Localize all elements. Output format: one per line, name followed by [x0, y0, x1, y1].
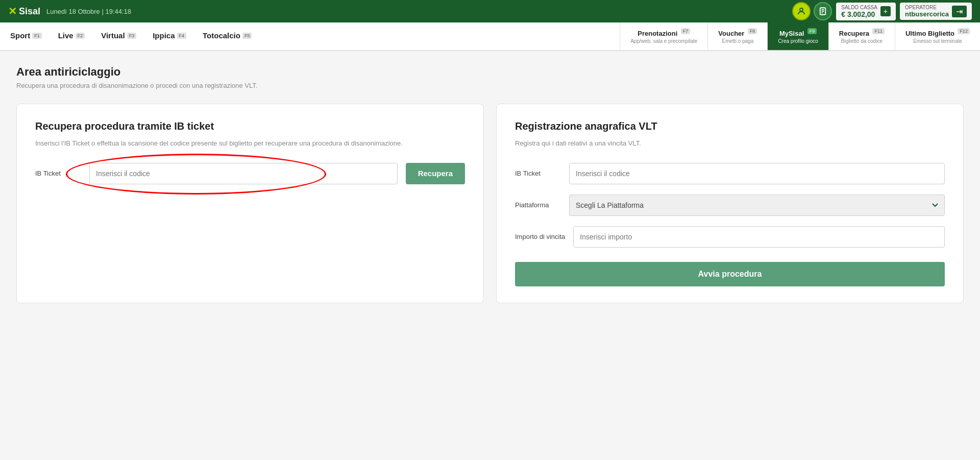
- ib-ticket-row-wrapper: IB Ticket Recupera: [35, 163, 465, 184]
- operatore-box: OPERATORE ntbusercorica ⇥: [900, 3, 972, 20]
- saldo-label: SALDO CASSA: [841, 5, 877, 10]
- avvia-procedura-button[interactable]: Avvia procedura: [515, 262, 945, 286]
- nav-action-mysisal[interactable]: MySisal F9 Crea profilo gioco: [767, 22, 828, 50]
- nav-bar: Sport F1 Live F2 Virtual F3 Ippica F4 To…: [0, 22, 980, 51]
- header-icons: [792, 2, 832, 20]
- logout-button[interactable]: ⇥: [952, 6, 967, 17]
- ib-ticket-label: IB Ticket: [35, 170, 81, 177]
- nav-action-voucher[interactable]: Voucher F8 Emetti o paga: [707, 22, 767, 50]
- nav-item-virtual[interactable]: Virtual F3: [99, 22, 138, 50]
- vlt-ib-input[interactable]: [569, 163, 945, 184]
- ib-ticket-form-row: IB Ticket Recupera: [35, 163, 465, 184]
- vlt-ib-ticket-row: IB Ticket: [515, 163, 945, 184]
- nav-item-sport[interactable]: Sport F1: [8, 22, 44, 50]
- nav-left: Sport F1 Live F2 Virtual F3 Ippica F4 To…: [0, 22, 620, 50]
- saldo-value: € 3.002,00: [841, 10, 875, 18]
- ib-ticket-input[interactable]: [89, 163, 398, 184]
- vlt-piattaforma-select[interactable]: Scegli La Piattaforma: [569, 195, 945, 216]
- nav-action-ultimo-biglietto[interactable]: Ultimo Biglietto F12 Emesso sul terminal…: [895, 22, 980, 50]
- card-vlt: Registrazione anagrafica VLT Registra qu…: [496, 104, 964, 303]
- card-ib-ticket: Recupera procedura tramite IB ticket Ins…: [16, 104, 484, 303]
- nav-action-prenotazioni[interactable]: Prenotazioni F7 App/web, sala e precompi…: [620, 22, 707, 50]
- cards-grid: Recupera procedura tramite IB ticket Ins…: [16, 104, 964, 303]
- vlt-ib-label: IB Ticket: [515, 170, 561, 177]
- header-right: SALDO CASSA € 3.002,00 + OPERATORE ntbus…: [792, 2, 972, 20]
- vlt-importo-label: Importo di vincita: [515, 233, 565, 240]
- operatore-name: ntbusercorica: [905, 10, 949, 18]
- header-left: ✕ Sisal Lunedì 18 Ottobre | 19:44:18: [8, 5, 131, 17]
- operatore-label: OPERATORE: [905, 5, 949, 10]
- nav-item-live[interactable]: Live F2: [56, 22, 87, 50]
- card-ib-title: Recupera procedura tramite IB ticket: [35, 120, 465, 132]
- saldo-cassa-box: SALDO CASSA € 3.002,00 +: [836, 3, 896, 20]
- saldo-add-button[interactable]: +: [880, 6, 891, 16]
- page-title: Area antiriciclaggio: [16, 65, 964, 79]
- card-ib-desc: Inserisci l'IB Ticket o effettua la scan…: [35, 138, 465, 149]
- vlt-piattaforma-label: Piattaforma: [515, 201, 561, 209]
- nav-right: Prenotazioni F7 App/web, sala e precompi…: [620, 22, 980, 50]
- svg-point-0: [800, 8, 803, 11]
- page-subtitle: Recupera una procedura di disanonimazion…: [16, 82, 964, 89]
- card-vlt-title: Registrazione anagrafica VLT: [515, 120, 945, 132]
- recupera-button[interactable]: Recupera: [406, 163, 465, 184]
- main-content: Area antiriciclaggio Recupera una proced…: [0, 51, 980, 318]
- nav-item-ippica[interactable]: Ippica F4: [151, 22, 188, 50]
- vlt-importo-row: Importo di vincita: [515, 226, 945, 248]
- document-icon-button[interactable]: [814, 2, 832, 20]
- top-header: ✕ Sisal Lunedì 18 Ottobre | 19:44:18 SAL…: [0, 0, 980, 22]
- card-vlt-desc: Registra qui i dati relativi a una vinci…: [515, 138, 945, 149]
- nav-item-totocalcio[interactable]: Totocalcio F5: [201, 22, 254, 50]
- nav-action-recupera[interactable]: Recupera F11 Biglietto da codice: [828, 22, 895, 50]
- vlt-importo-input[interactable]: [573, 226, 945, 248]
- sisal-logo-text: Sisal: [19, 6, 40, 17]
- profile-icon-button[interactable]: [792, 2, 811, 20]
- sisal-logo: ✕ Sisal: [8, 5, 40, 17]
- vlt-piattaforma-row: Piattaforma Scegli La Piattaforma: [515, 195, 945, 216]
- header-datetime: Lunedì 18 Ottobre | 19:44:18: [46, 8, 131, 15]
- sisal-x-icon: ✕: [8, 5, 17, 17]
